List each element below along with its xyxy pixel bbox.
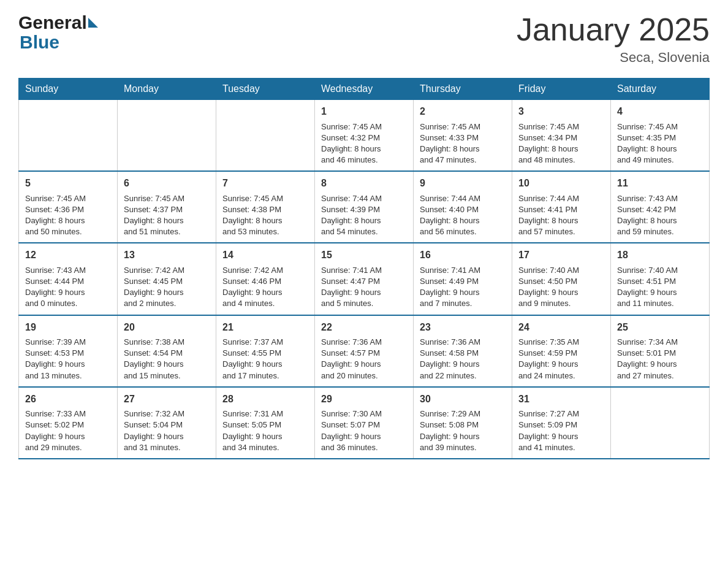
day-info-line: Sunset: 4:33 PM <box>420 132 506 144</box>
calendar-day-empty <box>216 100 315 172</box>
day-info-line: Daylight: 8 hours <box>420 144 506 155</box>
header-saturday: Saturday <box>611 79 710 100</box>
day-info-line: Sunset: 4:40 PM <box>420 204 506 215</box>
day-info-line: Sunset: 4:36 PM <box>25 204 111 215</box>
day-info-line: Sunrise: 7:31 AM <box>222 408 308 419</box>
day-number-28: 28 <box>222 393 308 406</box>
calendar-day-5: 5Sunrise: 7:45 AMSunset: 4:36 PMDaylight… <box>19 171 118 243</box>
day-info-line: and 7 minutes. <box>420 298 506 309</box>
day-number-10: 10 <box>518 177 604 190</box>
day-info-line: Sunrise: 7:30 AM <box>321 408 407 419</box>
header-thursday: Thursday <box>414 79 512 100</box>
calendar-day-18: 18Sunrise: 7:40 AMSunset: 4:51 PMDayligh… <box>611 243 710 315</box>
day-number-2: 2 <box>420 105 506 118</box>
day-info-line: Sunset: 4:38 PM <box>222 204 308 215</box>
day-info-line: and 54 minutes. <box>321 226 407 237</box>
calendar-week-1: 1Sunrise: 7:45 AMSunset: 4:32 PMDaylight… <box>19 100 710 172</box>
day-info-line: and 31 minutes. <box>124 442 210 453</box>
day-info-line: and 29 minutes. <box>25 442 111 453</box>
day-info-line: Sunset: 4:57 PM <box>321 348 407 359</box>
day-info-line: and 20 minutes. <box>321 370 407 381</box>
day-info-line: Daylight: 8 hours <box>321 144 407 155</box>
day-number-8: 8 <box>321 177 407 190</box>
day-info-line: and 24 minutes. <box>518 370 604 381</box>
day-info-line: Sunrise: 7:36 AM <box>420 337 506 348</box>
calendar-day-24: 24Sunrise: 7:35 AMSunset: 4:59 PMDayligh… <box>512 315 611 387</box>
day-info-line: Sunrise: 7:32 AM <box>124 408 210 419</box>
day-info-line: Sunrise: 7:45 AM <box>518 121 604 132</box>
day-info-line: Sunrise: 7:44 AM <box>518 193 604 204</box>
calendar-day-14: 14Sunrise: 7:42 AMSunset: 4:46 PMDayligh… <box>216 243 315 315</box>
day-info-line: Sunset: 4:49 PM <box>420 276 506 287</box>
day-info-line: Daylight: 9 hours <box>420 359 506 370</box>
day-info-line: Sunset: 4:41 PM <box>518 204 604 215</box>
day-info-line: Sunrise: 7:37 AM <box>222 337 308 348</box>
day-number-16: 16 <box>420 248 506 262</box>
day-info-line: Daylight: 9 hours <box>222 431 308 442</box>
logo-blue-text: Blue <box>20 32 59 53</box>
day-info-line: and 5 minutes. <box>321 298 407 309</box>
calendar-day-30: 30Sunrise: 7:29 AMSunset: 5:08 PMDayligh… <box>414 387 512 459</box>
day-info-line: Daylight: 8 hours <box>25 215 111 226</box>
day-info-line: Sunrise: 7:44 AM <box>420 193 506 204</box>
day-number-19: 19 <box>25 321 111 334</box>
calendar-header-row: SundayMondayTuesdayWednesdayThursdayFrid… <box>19 79 710 100</box>
day-number-14: 14 <box>222 248 308 262</box>
day-info-line: Sunrise: 7:38 AM <box>124 337 210 348</box>
day-number-12: 12 <box>25 248 111 262</box>
header-wednesday: Wednesday <box>315 79 414 100</box>
day-info-line: Sunrise: 7:40 AM <box>617 265 703 276</box>
day-number-4: 4 <box>617 105 703 118</box>
calendar-week-3: 12Sunrise: 7:43 AMSunset: 4:44 PMDayligh… <box>19 243 710 315</box>
day-info-line: and 4 minutes. <box>222 298 308 309</box>
day-number-18: 18 <box>617 248 703 262</box>
day-info-line: Sunrise: 7:35 AM <box>518 337 604 348</box>
header-monday: Monday <box>118 79 216 100</box>
calendar-day-27: 27Sunrise: 7:32 AMSunset: 5:04 PMDayligh… <box>118 387 216 459</box>
calendar-title: January 2025 <box>517 12 710 47</box>
day-info-line: Sunset: 4:44 PM <box>25 276 111 287</box>
day-info-line: Sunrise: 7:41 AM <box>420 265 506 276</box>
day-info-line: and 53 minutes. <box>222 226 308 237</box>
calendar-day-28: 28Sunrise: 7:31 AMSunset: 5:05 PMDayligh… <box>216 387 315 459</box>
calendar-day-6: 6Sunrise: 7:45 AMSunset: 4:37 PMDaylight… <box>118 171 216 243</box>
day-info-line: Daylight: 9 hours <box>518 287 604 298</box>
day-info-line: Daylight: 9 hours <box>25 287 111 298</box>
calendar-subtitle: Seca, Slovenia <box>517 50 710 66</box>
calendar-day-11: 11Sunrise: 7:43 AMSunset: 4:42 PMDayligh… <box>611 171 710 243</box>
day-info-line: and 59 minutes. <box>617 226 703 237</box>
day-info-line: and 11 minutes. <box>617 298 703 309</box>
calendar-day-7: 7Sunrise: 7:45 AMSunset: 4:38 PMDaylight… <box>216 171 315 243</box>
logo-general-text: General <box>18 12 87 33</box>
day-info-line: Daylight: 8 hours <box>420 215 506 226</box>
calendar-day-25: 25Sunrise: 7:34 AMSunset: 5:01 PMDayligh… <box>611 315 710 387</box>
day-info-line: Sunset: 4:59 PM <box>518 348 604 359</box>
calendar-day-13: 13Sunrise: 7:42 AMSunset: 4:45 PMDayligh… <box>118 243 216 315</box>
page-header: General Blue January 2025 Seca, Slovenia <box>18 12 710 66</box>
calendar-day-23: 23Sunrise: 7:36 AMSunset: 4:58 PMDayligh… <box>414 315 512 387</box>
day-number-25: 25 <box>617 321 703 334</box>
day-info-line: Daylight: 9 hours <box>617 287 703 298</box>
day-info-line: and 13 minutes. <box>25 370 111 381</box>
header-tuesday: Tuesday <box>216 79 315 100</box>
day-info-line: and 47 minutes. <box>420 155 506 166</box>
day-info-line: Sunrise: 7:33 AM <box>25 408 111 419</box>
day-info-line: and 34 minutes. <box>222 442 308 453</box>
day-number-26: 26 <box>25 393 111 406</box>
calendar-day-22: 22Sunrise: 7:36 AMSunset: 4:57 PMDayligh… <box>315 315 414 387</box>
day-info-line: Sunset: 4:39 PM <box>321 204 407 215</box>
day-info-line: Daylight: 9 hours <box>222 287 308 298</box>
day-info-line: and 41 minutes. <box>518 442 604 453</box>
day-info-line: Daylight: 9 hours <box>124 431 210 442</box>
day-info-line: Daylight: 8 hours <box>518 215 604 226</box>
day-info-line: Sunrise: 7:39 AM <box>25 337 111 348</box>
day-info-line: Daylight: 8 hours <box>617 215 703 226</box>
day-info-line: Sunrise: 7:42 AM <box>222 265 308 276</box>
day-info-line: Sunset: 4:34 PM <box>518 132 604 144</box>
day-info-line: Sunrise: 7:29 AM <box>420 408 506 419</box>
day-info-line: Sunrise: 7:45 AM <box>222 193 308 204</box>
header-sunday: Sunday <box>19 79 118 100</box>
calendar-day-21: 21Sunrise: 7:37 AMSunset: 4:55 PMDayligh… <box>216 315 315 387</box>
day-number-13: 13 <box>124 248 210 262</box>
day-info-line: Sunset: 5:07 PM <box>321 419 407 431</box>
